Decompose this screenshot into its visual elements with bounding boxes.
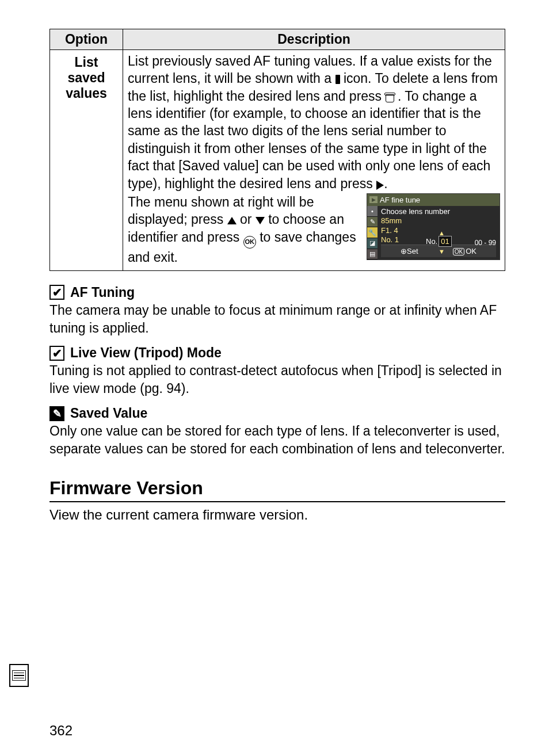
- menu-side-tabs: • ✎ 🔧 ◪ ▤: [367, 206, 378, 259]
- ok-button-icon: OK: [243, 236, 256, 249]
- menu-body: • ✎ 🔧 ◪ ▤ Choose lens number 85mm F1. 4: [367, 206, 500, 259]
- caution-checkbox-icon: ✔: [49, 285, 64, 300]
- note-heading: ✎ Saved Value: [49, 406, 505, 421]
- menu-subtitle: Choose lens number: [381, 207, 496, 216]
- option-cell: List saved values: [50, 50, 123, 271]
- page: Option Description List saved values Lis…: [0, 0, 549, 756]
- desc-text: . To change a lens identifier (for examp…: [128, 89, 490, 191]
- menu-title-bar: ▶ AF fine tune: [367, 194, 500, 206]
- description-paragraph-1: List previously saved AF tuning values. …: [128, 52, 500, 192]
- menu-lens-focal: 85mm: [381, 216, 496, 226]
- marker-icon: [336, 75, 340, 84]
- ok-badge-icon: OK: [453, 248, 464, 255]
- camera-menu-screenshot: ▶ AF fine tune • ✎ 🔧 ◪ ▤: [367, 193, 500, 260]
- number-selector: No.01: [426, 236, 452, 247]
- wrench-tab-icon: 🔧: [367, 227, 378, 238]
- spinner-down-arrow-icon: ▼: [439, 247, 445, 256]
- footer-set-label: Set: [407, 247, 418, 255]
- desc-text: or: [240, 212, 256, 227]
- menu-title: AF fine tune: [380, 195, 420, 205]
- note-live-view: ✔ Live View (Tripod) Mode Tuning is not …: [49, 345, 505, 398]
- side-tab-setup-menu-icon: [9, 664, 29, 687]
- table-header-row: Option Description: [50, 29, 505, 50]
- col-header-option: Option: [50, 29, 123, 50]
- note-body: The camera may be unable to focus at min…: [49, 301, 505, 337]
- retouch-tab-icon: ◪: [367, 238, 378, 249]
- option-label-line2: saved: [67, 70, 105, 85]
- number-range: 00 - 99: [475, 239, 496, 248]
- menu-main-panel: Choose lens number 85mm F1. 4 No. 1 ▲ No…: [378, 206, 500, 259]
- desc-bottom-text: The menu shown at right will be displaye…: [128, 193, 361, 266]
- footer-ok: OKOK: [453, 246, 476, 256]
- note-saved-value: ✎ Saved Value Only one value can be stor…: [49, 406, 505, 458]
- description-cell: List previously saved AF tuning values. …: [123, 50, 505, 271]
- options-table: Option Description List saved values Lis…: [49, 29, 505, 271]
- note-af-tuning: ✔ AF Tuning The camera may be unable to …: [49, 285, 505, 337]
- right-arrow-icon: [376, 181, 384, 190]
- caution-checkbox-icon: ✔: [49, 346, 64, 361]
- section-body-firmware: View the current camera firmware version…: [49, 506, 505, 524]
- pencil-tab-icon: ✎: [367, 217, 378, 228]
- down-arrow-icon: [256, 217, 265, 224]
- playback-tab-icon: ▶: [369, 196, 378, 203]
- description-paragraph-2: The menu shown at right will be displaye…: [128, 193, 500, 266]
- table-row: List saved values List previously saved …: [50, 50, 505, 271]
- note-title: Live View (Tripod) Mode: [70, 345, 222, 361]
- section-heading-firmware: Firmware Version: [49, 478, 505, 502]
- note-heading: ✔ AF Tuning: [49, 285, 505, 300]
- col-header-description: Description: [123, 29, 505, 50]
- recent-tab-icon: ▤: [367, 249, 378, 260]
- note-heading: ✔ Live View (Tripod) Mode: [49, 345, 505, 361]
- note-title: Saved Value: [70, 406, 147, 421]
- trash-icon: [386, 93, 394, 102]
- footer-ok-label: OK: [466, 247, 476, 255]
- desc-text: .: [384, 176, 387, 191]
- note-body: Tuning is not applied to contrast-detect…: [49, 362, 505, 398]
- note-title: AF Tuning: [70, 285, 135, 300]
- note-body: Only one value can be stored for each ty…: [49, 422, 505, 458]
- footer-set: ⊕Set: [401, 246, 418, 256]
- camera-tab-icon: •: [367, 206, 378, 217]
- option-label-line3: values: [66, 86, 107, 101]
- number-value: 01: [439, 236, 451, 247]
- up-arrow-icon: [227, 217, 237, 224]
- number-label: No.: [426, 237, 437, 246]
- option-label-line1: List: [75, 55, 98, 70]
- info-pencil-icon: ✎: [49, 406, 64, 421]
- page-number: 362: [49, 723, 73, 739]
